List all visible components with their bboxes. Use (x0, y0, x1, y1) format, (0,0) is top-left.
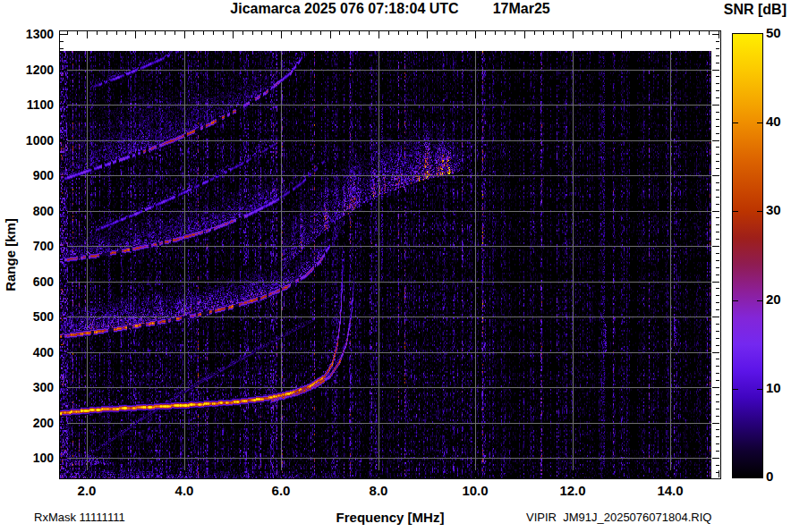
rx-mask-text: RxMask 11111111 (34, 511, 125, 524)
colorbar-inner-tick (733, 211, 738, 212)
colorbar-inner-tick (757, 211, 762, 212)
ionogram-heatmap-canvas (59, 30, 721, 479)
colorbar-tick-label: 30 (766, 202, 791, 218)
y-tick-label: 800 (7, 203, 54, 219)
colorbar-inner-tick (733, 300, 738, 301)
y-tick-label: 900 (7, 167, 54, 183)
y-tick-label: 1300 (7, 26, 54, 42)
observation-title: Jicamarca 2025 076 07:18:04 UTC (230, 1, 458, 17)
colorbar-tick-label: 20 (766, 291, 791, 308)
colorbar-tick-label: 10 (766, 380, 791, 396)
colorbar-inner-tick (757, 122, 762, 123)
colorbar-inner-tick (757, 389, 762, 390)
x-tick-label: 8.0 (359, 483, 398, 499)
snr-colorbar (732, 33, 763, 478)
y-tick-label: 1100 (7, 97, 54, 113)
y-tick-label: 1000 (7, 132, 54, 148)
y-tick-label: 1200 (7, 62, 54, 78)
colorbar-inner-tick (733, 389, 738, 390)
colorbar-inner-tick (757, 300, 762, 301)
colorbar-tick-label: 40 (766, 114, 791, 130)
colorbar-inner-tick (733, 122, 738, 123)
colorbar-tick-label: 50 (766, 25, 791, 41)
y-tick-label: 500 (7, 308, 54, 325)
colorbar-title: SNR [dB] (724, 2, 787, 18)
plot-header: Jicamarca 2025 076 07:18:04 UTC 17Mar25 (59, 1, 721, 17)
colorbar-tick-label: 0 (766, 469, 791, 485)
x-tick-label: 2.0 (67, 483, 106, 499)
observation-date: 17Mar25 (493, 1, 550, 17)
x-tick-label: 10.0 (455, 483, 495, 499)
ionogram-page: Jicamarca 2025 076 07:18:04 UTC 17Mar25 … (0, 0, 791, 532)
x-tick-label: 6.0 (261, 483, 301, 499)
x-tick-label: 14.0 (651, 483, 690, 499)
y-tick-label: 200 (7, 415, 54, 431)
y-tick-label: 400 (7, 344, 54, 360)
y-tick-label: 300 (7, 379, 54, 395)
x-tick-label: 4.0 (165, 483, 204, 499)
y-tick-label: 100 (7, 450, 54, 466)
instrument-file-text: VIPIR JM91J_2025076071804.RIQ (526, 511, 711, 524)
x-tick-label: 12.0 (553, 483, 592, 499)
y-tick-label: 600 (7, 274, 54, 290)
y-tick-label: 700 (7, 238, 54, 254)
